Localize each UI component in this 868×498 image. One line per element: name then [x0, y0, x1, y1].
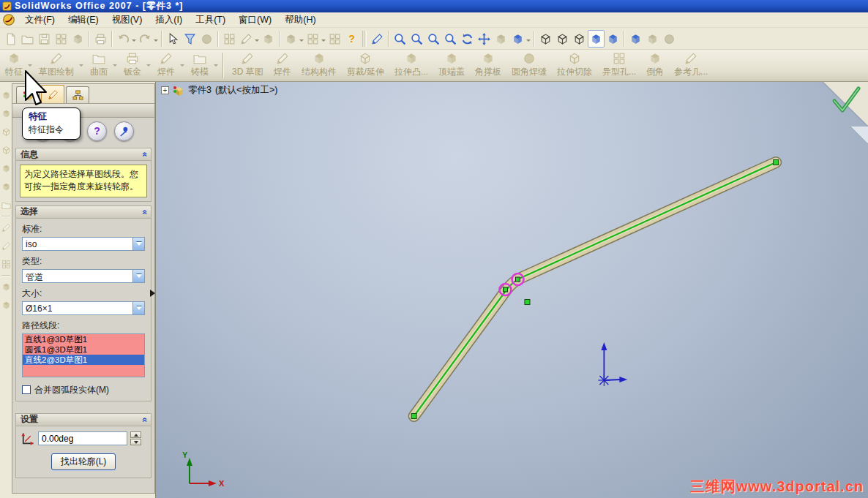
- undo-dropdown-icon[interactable]: [132, 39, 136, 44]
- message-section-header[interactable]: 信息 «: [16, 148, 151, 161]
- make-drawing-icon[interactable]: [53, 30, 70, 48]
- hidden-lines-removed-icon[interactable]: [571, 30, 588, 48]
- display-pane-dropdown-icon[interactable]: [321, 39, 326, 44]
- path-list-item-selected[interactable]: 直线2@3D草图1: [23, 355, 144, 365]
- help-icon[interactable]: ?: [343, 30, 360, 48]
- pm-help-button[interactable]: ?: [87, 121, 107, 141]
- menu-item-tools[interactable]: 工具(T): [189, 12, 232, 28]
- path-sketch-line[interactable]: [414, 162, 776, 416]
- sketch-endpoint[interactable]: [411, 414, 416, 419]
- rotation-angle-input[interactable]: [38, 431, 127, 445]
- view-orientation-dropdown-icon[interactable]: [526, 39, 531, 44]
- feature-tool-icon[interactable]: [1, 278, 11, 296]
- print-icon[interactable]: [92, 30, 109, 48]
- menu-item-help[interactable]: 帮助(H): [278, 12, 322, 28]
- tab-sheet-metal-dropdown-icon[interactable]: [146, 64, 151, 69]
- feature-tool-icon[interactable]: [1, 255, 11, 273]
- tool-structural-member[interactable]: 结构构件: [296, 50, 342, 81]
- new-document-icon[interactable]: [2, 30, 19, 48]
- perspective-icon[interactable]: [644, 30, 661, 48]
- menu-item-window[interactable]: 窗口(W): [232, 12, 278, 28]
- panel-splitter-arrow[interactable]: [150, 290, 159, 297]
- view-wand-icon[interactable]: [369, 30, 386, 48]
- collapse-chevron-icon[interactable]: «: [142, 209, 149, 214]
- path-list-item[interactable]: 圆弧1@3D草图1: [23, 344, 144, 355]
- merge-arc-checkbox[interactable]: [22, 385, 31, 394]
- tab-weldments[interactable]: 焊件: [152, 50, 180, 81]
- tool-trim-extend[interactable]: 剪裁/延伸: [342, 50, 389, 81]
- document-menu-icon[interactable]: [2, 14, 15, 26]
- feature-tool-icon[interactable]: [1, 105, 11, 123]
- sketch-point[interactable]: [525, 300, 530, 305]
- collapse-chevron-icon[interactable]: «: [142, 152, 149, 157]
- collapse-chevron-icon[interactable]: «: [142, 417, 149, 422]
- redo-dropdown-icon[interactable]: [154, 39, 158, 44]
- tool-3d-sketch[interactable]: 3D 草图: [227, 50, 269, 81]
- structural-member-tube[interactable]: [414, 162, 776, 416]
- part-name[interactable]: 零件3: [188, 84, 212, 97]
- tree-expand-icon[interactable]: +: [161, 86, 169, 94]
- graphics-area[interactable]: + 零件3 (默认<按加工>): [155, 82, 868, 498]
- rotate-view-icon[interactable]: [459, 30, 476, 48]
- open-icon[interactable]: [19, 30, 36, 48]
- tool-weldment[interactable]: 焊件: [269, 50, 296, 81]
- tool-extruded-cut[interactable]: 拉伸切除: [552, 50, 597, 81]
- path-segments-list[interactable]: 直线1@3D草图1 圆弧1@3D草图1 直线2@3D草图1: [22, 333, 145, 377]
- locate-profile-button[interactable]: 找出轮廓(L): [51, 453, 116, 470]
- sketch-endpoint[interactable]: [774, 160, 779, 165]
- tab-features-dropdown-icon[interactable]: [28, 64, 32, 69]
- grid-icon[interactable]: [221, 30, 238, 48]
- measure-icon[interactable]: [238, 30, 255, 48]
- feature-tool-icon[interactable]: [1, 196, 11, 214]
- wireframe-icon[interactable]: [537, 30, 554, 48]
- tab-sheet-metal[interactable]: 钣金: [119, 50, 146, 81]
- path-list-item[interactable]: 直线1@3D草图1: [23, 334, 144, 344]
- shaded-with-edges-icon[interactable]: [588, 30, 605, 48]
- tab-surfaces[interactable]: 曲面: [85, 50, 113, 81]
- selection-filter-icon[interactable]: [182, 30, 198, 48]
- toggle-selection-icon[interactable]: [198, 30, 215, 48]
- feature-tool-icon[interactable]: [1, 219, 11, 237]
- options-icon[interactable]: [326, 30, 343, 48]
- zoom-in-out-icon[interactable]: [425, 30, 442, 48]
- feature-tool-icon[interactable]: [1, 141, 11, 159]
- pan-icon[interactable]: [476, 30, 493, 48]
- hidden-lines-visible-icon[interactable]: [554, 30, 571, 48]
- tab-sketch-dropdown-icon[interactable]: [79, 64, 83, 69]
- tab-weldments-dropdown-icon[interactable]: [180, 64, 184, 69]
- tool-fillet-bead[interactable]: 圆角焊缝: [506, 50, 552, 81]
- menu-item-view[interactable]: 视图(V): [105, 12, 149, 28]
- standard-combobox[interactable]: iso: [22, 237, 145, 251]
- tool-hole-wizard[interactable]: 异型孔...: [597, 50, 641, 81]
- tab-mold-tools[interactable]: 铸模: [186, 50, 214, 81]
- spinner-down-icon[interactable]: [130, 439, 141, 445]
- feature-tool-icon[interactable]: [1, 296, 11, 314]
- menu-item-insert[interactable]: 插入(I): [149, 12, 189, 28]
- display-pane-icon[interactable]: [304, 30, 321, 48]
- view-orientation-icon[interactable]: [509, 30, 526, 48]
- combo-arrow-icon[interactable]: [132, 270, 144, 282]
- zoom-area-icon[interactable]: [408, 30, 425, 48]
- feature-tool-icon[interactable]: [1, 237, 11, 255]
- section-view-icon[interactable]: [493, 30, 509, 48]
- redo-icon[interactable]: [137, 30, 154, 48]
- shaded-icon[interactable]: [605, 30, 621, 48]
- tab-mold-tools-dropdown-icon[interactable]: [214, 64, 218, 69]
- combo-arrow-icon[interactable]: [132, 302, 144, 314]
- combo-arrow-icon[interactable]: [132, 238, 144, 250]
- spinner-up-icon[interactable]: [130, 431, 141, 438]
- size-combobox[interactable]: Ø16×1: [22, 301, 145, 315]
- pin-button[interactable]: [114, 121, 134, 141]
- tool-reference-geometry[interactable]: 参考几...: [669, 50, 713, 81]
- appearance-dropdown-icon[interactable]: [299, 39, 304, 44]
- shadow-icon[interactable]: [627, 30, 644, 48]
- zoom-selection-icon[interactable]: [442, 30, 459, 48]
- make-assembly-icon[interactable]: [70, 30, 86, 48]
- configurationmanager-tab[interactable]: [66, 86, 89, 103]
- select-icon[interactable]: [165, 30, 182, 48]
- model-viewport[interactable]: Y X: [156, 82, 868, 498]
- tab-surfaces-dropdown-icon[interactable]: [113, 64, 117, 69]
- menu-item-edit[interactable]: 编辑(E): [61, 12, 105, 28]
- tool-chamfer[interactable]: 倒角: [641, 50, 669, 81]
- realview-icon[interactable]: [661, 30, 678, 48]
